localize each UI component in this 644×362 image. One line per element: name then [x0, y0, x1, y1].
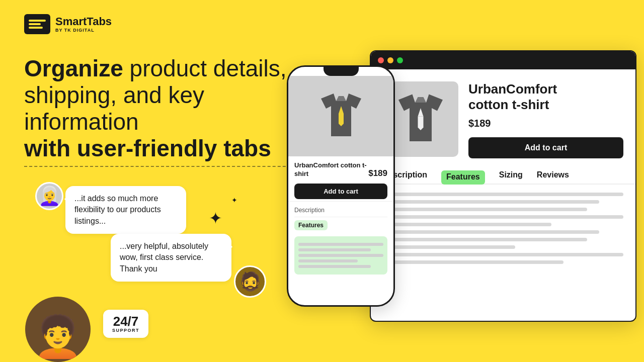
tab-reviews[interactable]: Reviews [537, 170, 569, 184]
speech-bubble-1: ...it adds so much more flexibility to o… [65, 186, 186, 234]
testimonial-1-text: ...it adds so much more flexibility to o… [74, 194, 161, 225]
svg-marker-4 [336, 96, 346, 101]
desktop-line [383, 193, 623, 196]
desktop-line [383, 208, 587, 211]
phone-tab-features[interactable]: Features [294, 220, 328, 230]
phone-content-line [298, 243, 383, 246]
divider [24, 166, 296, 167]
tab-features[interactable]: Features [441, 170, 485, 185]
phone-content-line [298, 254, 383, 257]
svg-rect-1 [29, 23, 41, 25]
titlebar-dot-yellow[interactable] [387, 57, 393, 63]
titlebar-dot-green[interactable] [397, 57, 403, 63]
svg-rect-0 [29, 20, 46, 22]
header: SmartTabs BY TK DIGITAL [24, 14, 112, 34]
desktop-product-section: UrbanComfort cotton t-shirt $189 Add to … [371, 69, 635, 170]
phone-features-section [294, 236, 387, 275]
phone-add-to-cart-button[interactable]: Add to cart [294, 184, 387, 199]
desktop-line [383, 260, 564, 264]
testimonial-1: ...it adds so much more flexibility to o… [65, 186, 186, 234]
support-badge: 24/7 SUPPORT [103, 310, 148, 338]
phone-content: UrbanComfort cotton t-shirt $189 Add to … [288, 76, 393, 275]
phone-content-line [298, 248, 371, 251]
desktop-line [383, 215, 623, 219]
desktop-content-lines [371, 193, 635, 264]
testimonial-2: ...very helpful, absolutely wow, first c… [111, 234, 231, 282]
phone-tab-description[interactable]: Description [294, 205, 387, 217]
desktop-price: $189 [468, 118, 623, 129]
speech-bubble-2: ...very helpful, absolutely wow, first c… [111, 234, 231, 282]
desktop-mockup: UrbanComfort cotton t-shirt $189 Add to … [370, 50, 636, 322]
desktop-line [383, 253, 623, 256]
phone-tabs-section: Description Features [288, 201, 393, 232]
phone-product-image [288, 76, 393, 156]
phone-product-info: UrbanComfort cotton t-shirt $189 [288, 156, 393, 182]
desktop-line [383, 245, 515, 249]
desktop-line [383, 223, 551, 226]
avatar-2: 🧔 [234, 265, 266, 298]
logo-subtitle: BY TK DIGITAL [55, 28, 112, 33]
desktop-line [383, 200, 599, 204]
star-small-icon: ✦ [231, 196, 237, 204]
logo-text-block: SmartTabs BY TK DIGITAL [55, 16, 112, 33]
phone-price: $189 [368, 168, 387, 178]
desktop-titlebar [371, 51, 635, 69]
phone-mockup: UrbanComfort cotton t-shirt $189 Add to … [287, 65, 395, 307]
desktop-product-name: UrbanComfort cotton t-shirt [468, 81, 623, 113]
hero-headline: Organize product details,shipping, and k… [24, 55, 306, 162]
logo-icon [24, 14, 50, 34]
tab-sizing[interactable]: Sizing [499, 170, 523, 184]
support-label: SUPPORT [112, 328, 139, 333]
hero-headline-bold: Organize [24, 55, 123, 81]
svg-rect-2 [29, 27, 43, 29]
hero-section: Organize product details,shipping, and k… [24, 55, 306, 162]
desktop-product-details: UrbanComfort cotton t-shirt $189 Add to … [468, 81, 623, 158]
star-large-icon: ✦ [209, 209, 222, 228]
phone-content-line [298, 259, 358, 262]
logo-title: SmartTabs [55, 16, 112, 28]
svg-marker-7 [415, 97, 426, 103]
testimonial-2-text: ...very helpful, absolutely wow, first c… [120, 242, 208, 273]
desktop-line [383, 230, 599, 234]
desktop-add-to-cart-button[interactable]: Add to cart [468, 137, 623, 158]
desktop-line [383, 238, 587, 241]
avatar-1: 👩‍🦳 [35, 182, 63, 210]
titlebar-dot-red[interactable] [378, 57, 384, 63]
desktop-tabs: Description Features Sizing Reviews [371, 170, 635, 185]
phone-notch [324, 67, 359, 76]
phone-content-line [298, 265, 371, 268]
phone-product-name: UrbanComfort cotton t-shirt [294, 161, 368, 178]
avatar-large: 🧑‍🦱 [25, 297, 91, 362]
support-hours: 24/7 [112, 315, 139, 328]
